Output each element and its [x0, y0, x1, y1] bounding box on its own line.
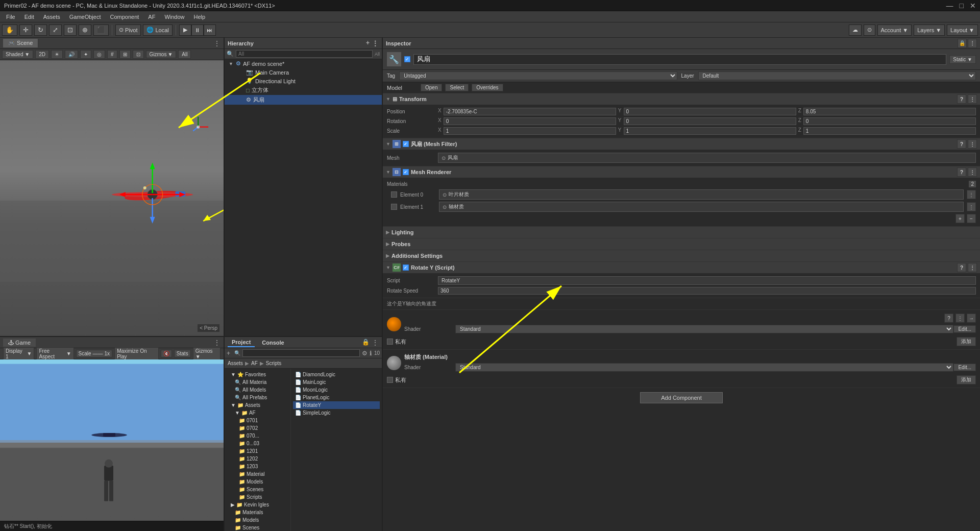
mesh-renderer-header[interactable]: ▼ ⊟ ✓ Mesh Renderer ? ⋮	[383, 166, 980, 178]
game-content[interactable]	[0, 359, 224, 521]
all-prefabs-folder[interactable]: 🔍 All Prefabs	[225, 394, 290, 401]
local-btn[interactable]: 🌐 Local	[143, 25, 172, 36]
audio-toggle[interactable]: 🔊	[65, 50, 78, 59]
custom-tool[interactable]: ⬛	[93, 25, 109, 36]
pivot-btn[interactable]: ⊙ Pivot	[115, 25, 141, 36]
model-select-btn[interactable]: Select	[445, 84, 469, 91]
mat2-shader-dropdown[interactable]: Standard	[455, 363, 953, 372]
add-component-btn[interactable]: Add Component	[640, 392, 723, 403]
maximize-button[interactable]: □	[960, 2, 964, 10]
transform-header[interactable]: ▼ ⊞ Transform ? ⋮	[383, 93, 980, 105]
mf-checkbox[interactable]: ✓	[403, 141, 409, 147]
menu-assets[interactable]: Assets	[39, 13, 64, 21]
collab-button[interactable]: ☁	[849, 25, 862, 36]
rot-z-input[interactable]	[803, 117, 976, 125]
file-simple-logic[interactable]: 📄 SimpleLogic	[293, 409, 380, 417]
menu-af[interactable]: AF	[144, 13, 159, 21]
maximize-on-play[interactable]: Maximize On Play	[114, 347, 159, 360]
elem1-ref[interactable]: ⊙ 轴材质	[439, 202, 964, 212]
kevin-igles-folder[interactable]: ▶ 📁 Kevin Igles	[225, 501, 290, 509]
folder-scenes[interactable]: 📁 Scenes	[225, 486, 290, 493]
gizmos-btn[interactable]: Gizmos ▼	[146, 51, 177, 58]
folder-1203[interactable]: 📁 1203	[225, 463, 290, 470]
game-menu-btn[interactable]: ⋮	[213, 339, 220, 347]
hierarchy-scene-root[interactable]: ▼ ⚙ AF demo scene*	[225, 59, 382, 68]
assets-folder[interactable]: ▼ 📁 Assets	[225, 401, 290, 409]
tag-dropdown[interactable]: Untagged	[399, 71, 677, 80]
layers-button[interactable]: Layers ▼	[914, 25, 945, 36]
scale-y-input[interactable]	[624, 127, 796, 135]
scale-x-input[interactable]	[444, 127, 616, 135]
file-main-logic[interactable]: 📄 MainLogic	[293, 378, 380, 386]
scale-control[interactable]: Scale —— 1x	[76, 350, 113, 357]
2d-toggle[interactable]: 2D	[35, 50, 49, 59]
model-open-btn[interactable]: Open	[421, 84, 442, 91]
folder-003[interactable]: 📁 0...03	[225, 440, 290, 447]
snap-toggle[interactable]: ⊞	[119, 50, 131, 59]
pause-button[interactable]: ⏸	[191, 25, 204, 36]
mesh-ref[interactable]: ⊙ 风扇	[438, 153, 976, 163]
mr-settings-btn[interactable]: ⋮	[968, 167, 977, 177]
mute-btn[interactable]: 🔇	[161, 350, 172, 357]
mat1-add-btn[interactable]: 添加	[957, 337, 976, 346]
file-diamond-logic[interactable]: 📄 DiamondLogic	[293, 371, 380, 378]
folder-0701[interactable]: 📁 0701	[225, 417, 290, 424]
layer-dropdown[interactable]: Default	[698, 71, 976, 80]
elem0-settings[interactable]: ⋮	[967, 190, 976, 199]
stats-btn[interactable]: Stats	[174, 350, 191, 357]
gizmos-game-btn[interactable]: Gizmos ▼	[193, 347, 220, 360]
layout-button[interactable]: Layout ▼	[947, 25, 978, 36]
object-name-input[interactable]	[413, 54, 946, 65]
additional-settings-header[interactable]: ▶ Additional Settings	[383, 250, 980, 261]
mat-add-btn[interactable]: +	[955, 214, 965, 223]
mat1-info-btn[interactable]: ?	[944, 313, 953, 323]
rot-y-input[interactable]	[624, 117, 796, 125]
folder-scripts[interactable]: 📁 Scripts	[225, 493, 290, 501]
mesh-filter-header[interactable]: ▼ ⊞ ✓ 风扇 (Mesh Filter) ? ⋮	[383, 138, 980, 150]
project-lock-btn[interactable]: 🔒	[362, 339, 370, 347]
mat1-arrow-btn[interactable]: →	[967, 313, 976, 323]
hierarchy-add-btn[interactable]: +	[366, 39, 370, 47]
hierarchy-fan[interactable]: ⚙ 风扇	[225, 95, 382, 105]
elem0-ref[interactable]: ⊙ 叶片材质	[439, 189, 964, 200]
ki-scenes[interactable]: 📁 Scenes	[225, 524, 290, 531]
breadcrumb-scripts[interactable]: Scripts	[266, 360, 282, 366]
ki-materials[interactable]: 📁 Materials	[225, 509, 290, 516]
menu-window[interactable]: Window	[160, 13, 188, 21]
project-info-btn[interactable]: ℹ	[370, 350, 372, 357]
all-models-folder[interactable]: 🔍 All Models	[225, 386, 290, 394]
step-button[interactable]: ⏭	[204, 25, 216, 36]
pos-y-input[interactable]	[624, 108, 796, 115]
menu-component[interactable]: Component	[106, 13, 143, 21]
file-rotate-y[interactable]: 📄 RotateY	[293, 401, 380, 409]
ry-settings-btn[interactable]: ⋮	[968, 263, 977, 272]
probes-header[interactable]: ▶ Probes	[383, 238, 980, 250]
mat1-edit-btn[interactable]: Edit...	[953, 325, 976, 333]
transform-info-btn[interactable]: ?	[957, 94, 966, 104]
model-overrides-btn[interactable]: Overrides	[472, 84, 503, 91]
scene-menu-btn[interactable]: ⋮	[213, 39, 220, 47]
mr-info-btn[interactable]: ?	[957, 167, 966, 177]
scale-tool[interactable]: ⤢	[49, 25, 62, 36]
hierarchy-search-input[interactable]	[236, 50, 373, 58]
elem1-settings[interactable]: ⋮	[967, 202, 976, 211]
script-field[interactable]: RotateY	[438, 276, 976, 285]
menu-gameobject[interactable]: GameObject	[65, 13, 105, 21]
rot-x-input[interactable]	[444, 117, 616, 125]
folder-0702[interactable]: 📁 0702	[225, 424, 290, 432]
account-button[interactable]: Account ▼	[877, 25, 912, 36]
inspector-lock-btn[interactable]: 🔒	[958, 39, 967, 48]
effects-toggle[interactable]: ✦	[80, 50, 91, 59]
game-tab[interactable]: 🕹 Game	[3, 339, 36, 347]
inspector-menu-btn[interactable]: ⋮	[968, 39, 977, 48]
pos-z-input[interactable]	[803, 108, 976, 115]
mat2-add-btn[interactable]: 添加	[957, 375, 976, 384]
lighting-toggle[interactable]: ☀	[51, 50, 63, 59]
play-button[interactable]: ▶	[179, 25, 191, 36]
file-planet-logic[interactable]: 📄 PlanetLogic	[293, 394, 380, 401]
transform-settings-btn[interactable]: ⋮	[968, 94, 977, 104]
hierarchy-menu-btn[interactable]: ⋮	[372, 39, 379, 47]
menu-edit[interactable]: Edit	[20, 13, 38, 21]
project-settings-btn[interactable]: ⚙	[362, 350, 368, 357]
scene-tab[interactable]: 🎮 Scene	[3, 39, 38, 47]
